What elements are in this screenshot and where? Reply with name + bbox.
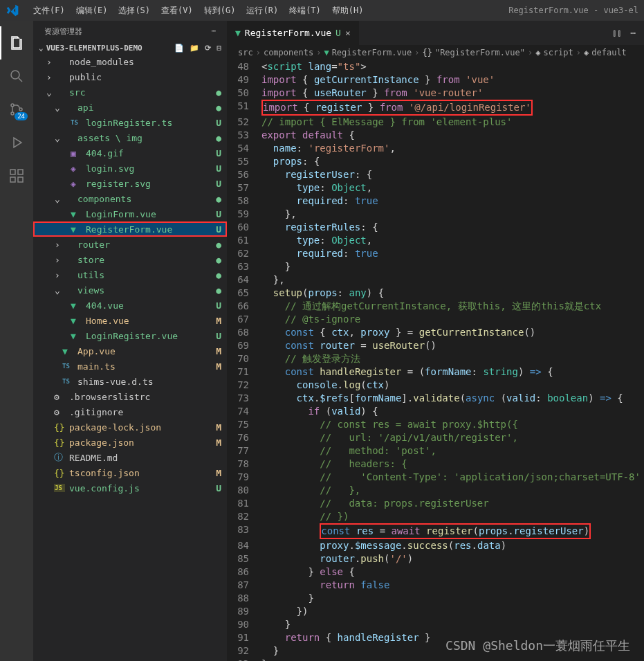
code-line[interactable]: 70 // 触发登录方法 <box>227 352 644 365</box>
explorer-icon[interactable] <box>0 26 33 60</box>
file-item[interactable]: JSvue.config.jsU <box>33 480 227 496</box>
code-line[interactable]: 71 const handleRegister = (formName: str… <box>227 365 644 379</box>
code-line[interactable]: 55 props: { <box>227 155 644 168</box>
breadcrumb-item[interactable]: "RegisterForm.vue" <box>435 48 525 57</box>
code-line[interactable]: 76 // url: '/api/v1/auth/register', <box>227 431 644 444</box>
code-line[interactable]: 72 console.log(ctx) <box>227 379 644 392</box>
code-line[interactable]: 84 proxy.$message.success(res.data) <box>227 539 644 552</box>
code-line[interactable]: 77 // method: 'post', <box>227 444 644 458</box>
code-line[interactable]: 62 required: true <box>227 247 644 260</box>
file-item[interactable]: ◈login.svgU <box>33 161 227 176</box>
menu-item[interactable]: 转到(G) <box>199 6 241 15</box>
code-line[interactable]: 69 const router = useRouter() <box>227 339 644 352</box>
code-line[interactable]: 49import { getCurrentInstance } from 'vu… <box>227 73 644 87</box>
file-item[interactable]: ▼LoginRegister.vueU <box>33 328 227 343</box>
code-line[interactable]: 53export default { <box>227 129 644 142</box>
file-item[interactable]: {}package-lock.jsonM <box>33 419 227 435</box>
code-line[interactable]: 88 } <box>227 592 644 605</box>
code-line[interactable]: 52// import { ElMessage } from 'element-… <box>227 116 644 129</box>
extensions-icon[interactable] <box>0 159 33 192</box>
code-line[interactable]: 63 } <box>227 260 644 273</box>
code-line[interactable]: 48<script lang="ts"> <box>227 60 644 73</box>
source-control-icon[interactable]: 24 <box>0 93 33 126</box>
code-line[interactable]: 89 }) <box>227 605 644 618</box>
code-line[interactable]: 85 router.push('/') <box>227 552 644 565</box>
code-line[interactable]: 86 } else { <box>227 565 644 579</box>
file-item[interactable]: ▼Home.vueM <box>33 313 227 328</box>
folder-item[interactable]: ›utils● <box>33 267 227 282</box>
file-item[interactable]: ◈register.svgU <box>33 176 227 191</box>
folder-item[interactable]: ›store● <box>33 252 227 267</box>
file-item[interactable]: ⓘREADME.md <box>33 450 227 465</box>
menu-item[interactable]: 编辑(E) <box>71 6 113 15</box>
file-item[interactable]: ▣404.gifU <box>33 145 227 161</box>
menu-item[interactable]: 选择(S) <box>113 6 156 15</box>
file-item[interactable]: TSloginRegister.tsU <box>33 115 227 130</box>
debug-icon[interactable] <box>0 126 33 159</box>
code-line[interactable]: 68 const { ctx, proxy } = getCurrentInst… <box>227 326 644 339</box>
breadcrumb-item[interactable]: default <box>591 48 627 57</box>
folder-item[interactable]: ›public <box>33 69 227 84</box>
file-item[interactable]: ⚙.gitignore <box>33 404 227 419</box>
file-item[interactable]: {}tsconfig.jsonM <box>33 465 227 480</box>
menu-item[interactable]: 终端(T) <box>284 6 326 15</box>
folder-item[interactable]: ⌄components● <box>33 191 227 206</box>
code-line[interactable]: 64 }, <box>227 273 644 287</box>
breadcrumb[interactable]: src›components›▼RegisterForm.vue›{}"Regi… <box>227 45 644 60</box>
file-item[interactable]: TSshims-vue.d.ts <box>33 374 227 389</box>
menu-item[interactable]: 查看(V) <box>156 6 199 15</box>
breadcrumb-item[interactable]: RegisterForm.vue <box>332 48 412 57</box>
new-folder-icon[interactable]: 📁 <box>190 44 199 53</box>
code-line[interactable]: 73 ctx.$refs[formName].validate(async (v… <box>227 392 644 405</box>
code-line[interactable]: 67 // @ts-ignore <box>227 313 644 326</box>
refresh-icon[interactable]: ⟳ <box>205 44 211 53</box>
file-item[interactable]: ⚙.browserslistrc <box>33 389 227 404</box>
code-line[interactable]: 81 // data: props.registerUser <box>227 497 644 510</box>
folder-item[interactable]: ⌄src● <box>33 84 227 100</box>
code-line[interactable]: 80 // }, <box>227 484 644 497</box>
folder-item[interactable]: ›node_modules <box>33 54 227 69</box>
code-line[interactable]: 78 // headers: { <box>227 458 644 471</box>
sidebar-more-icon[interactable]: ⋯ <box>211 26 216 37</box>
code-line[interactable]: 75 // const res = await proxy.$http({ <box>227 418 644 431</box>
file-item[interactable]: TSmain.tsM <box>33 359 227 374</box>
file-item[interactable]: {}package.jsonM <box>33 435 227 450</box>
close-icon[interactable]: × <box>345 28 351 38</box>
code-line[interactable]: 51import { register } from '@/api/loginR… <box>227 100 644 116</box>
menu-item[interactable]: 运行(R) <box>241 6 284 15</box>
more-icon[interactable]: ⋯ <box>630 28 636 38</box>
code-editor[interactable]: 48<script lang="ts">49import { getCurren… <box>227 60 644 661</box>
code-line[interactable]: 60 registerRules: { <box>227 221 644 234</box>
breadcrumb-item[interactable]: components <box>264 48 313 57</box>
code-line[interactable]: 61 type: Object, <box>227 234 644 247</box>
folder-item[interactable]: ⌄views● <box>33 282 227 298</box>
code-line[interactable]: 74 if (valid) { <box>227 405 644 418</box>
file-item[interactable]: ▼LoginForm.vueU <box>33 206 227 221</box>
section-header[interactable]: ⌄ VUE3-ELEMENTPLUS-DEMO 📄 📁 ⟳ ⊟ <box>33 42 227 54</box>
search-icon[interactable] <box>0 60 33 93</box>
code-line[interactable]: 83 const res = await register(props.regi… <box>227 523 644 539</box>
menu-item[interactable]: 帮助(H) <box>326 6 369 15</box>
folder-item[interactable]: ⌄api● <box>33 100 227 115</box>
breadcrumb-item[interactable]: script <box>543 48 573 57</box>
new-file-icon[interactable]: 📄 <box>174 44 184 53</box>
file-item[interactable]: ▼App.vueM <box>33 343 227 359</box>
code-line[interactable]: 93} <box>227 658 644 661</box>
folder-item[interactable]: ›router● <box>33 237 227 252</box>
code-line[interactable]: 65 setup(props: any) { <box>227 287 644 300</box>
file-item[interactable]: ▼RegisterForm.vueU <box>33 221 227 237</box>
code-line[interactable]: 79 // 'Content-Type': 'application/json;… <box>227 471 644 484</box>
code-line[interactable]: 57 type: Object, <box>227 181 644 194</box>
code-line[interactable]: 50import { useRouter } from 'vue-router' <box>227 87 644 100</box>
code-line[interactable]: 59 }, <box>227 208 644 221</box>
code-line[interactable]: 87 return false <box>227 579 644 592</box>
code-line[interactable]: 58 required: true <box>227 194 644 208</box>
code-line[interactable]: 82 // }) <box>227 510 644 523</box>
compare-icon[interactable]: ⫿⫿ <box>612 28 622 38</box>
folder-item[interactable]: ⌄assets \ img● <box>33 130 227 145</box>
collapse-icon[interactable]: ⊟ <box>217 44 221 53</box>
code-line[interactable]: 56 registerUser: { <box>227 168 644 181</box>
menu-item[interactable]: 文件(F) <box>28 6 71 15</box>
tab-registerform[interactable]: ▼ RegisterForm.vue U × <box>227 21 360 45</box>
code-line[interactable]: 54 name: 'registerForm', <box>227 142 644 155</box>
